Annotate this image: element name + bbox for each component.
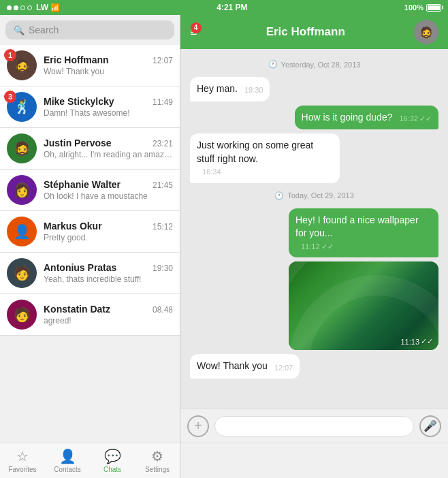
- wifi-icon: 📶: [50, 3, 60, 12]
- avatar-wrap: 🕺3: [7, 92, 37, 122]
- clock-icon: 🕐: [268, 60, 278, 69]
- chat-name-row: Konstatin Datz08.48: [44, 304, 173, 315]
- avatar-wrap: 🧑: [7, 300, 37, 330]
- battery-indicator: 100%: [404, 3, 441, 12]
- message-row-incoming: Hey man.19:30: [190, 77, 438, 101]
- message-time: 12:07: [274, 363, 293, 373]
- date-divider: 🕐Yesterday, Oct 28, 2013: [190, 60, 438, 69]
- clock-icon: 🕐: [274, 191, 284, 200]
- image-bubble: 11:13 ✓✓: [289, 261, 438, 350]
- chat-preview: Wow! Thank you: [44, 67, 173, 76]
- message-time: 16:34: [202, 167, 221, 177]
- tab-favorites[interactable]: ☆ Favorites: [0, 443, 45, 478]
- avatar-wrap: 👤: [7, 217, 37, 246]
- signal-indicators: LW 📶: [7, 3, 60, 12]
- chat-name-row: Antonius Pratas19:30: [44, 262, 173, 273]
- message-row-image: 11:13 ✓✓: [190, 261, 438, 350]
- tab-chats[interactable]: 💬 Chats: [90, 443, 135, 478]
- image-time-overlay: 11:13 ✓✓: [400, 337, 433, 346]
- chat-time: 15:12: [153, 222, 173, 232]
- image-content: 11:13 ✓✓: [289, 261, 438, 350]
- message-text: How is it going dude?: [302, 111, 393, 125]
- avatar-wrap: 👩: [7, 175, 37, 205]
- chat-item[interactable]: 🧑Konstatin Datz08.48agreed!: [0, 294, 180, 336]
- message-time: 19:30: [244, 85, 263, 95]
- check-marks: ✓✓: [419, 114, 432, 124]
- chat-name-row: Mike Stickylcky11:49: [44, 96, 173, 107]
- avatar: 🧑: [7, 258, 37, 288]
- bubble-incoming: Hey man.19:30: [190, 77, 270, 101]
- mic-button[interactable]: 🎤: [419, 415, 441, 437]
- chat-preview: Yeah, thats incredible stuff!: [44, 274, 173, 284]
- bubble-outgoing: Hey! I found a nice wallpaper for you...…: [289, 208, 438, 258]
- signal-dot-4: [27, 5, 32, 10]
- date-text: Today, Oct 29, 2013: [287, 191, 354, 200]
- avatar: 👩: [7, 175, 37, 205]
- image-time: 11:13: [400, 338, 419, 346]
- menu-button[interactable]: ≡ 4: [190, 25, 197, 39]
- message-time: 11:12 ✓✓: [301, 242, 334, 252]
- tab-label-settings: Settings: [145, 466, 170, 473]
- search-icon: 🔍: [14, 25, 25, 35]
- messages-area: 🕐Yesterday, Oct 28, 2013Hey man.19:30How…: [180, 49, 448, 409]
- chat-preview: Damn! Thats awesome!: [44, 108, 173, 118]
- bubble-content: Wow! Thank you12:07: [197, 360, 293, 373]
- bubble-content: Just working on some great stuff right n…: [197, 139, 333, 178]
- battery-label: 100%: [404, 3, 423, 12]
- message-text: Hey! I found a nice wallpaper for you...: [295, 214, 432, 240]
- status-bar: LW 📶 4:21 PM 100%: [0, 0, 448, 15]
- chat-name: Eric Hoffmann: [44, 54, 109, 65]
- chat-time: 21:45: [153, 180, 173, 190]
- right-input-bottom: [180, 443, 448, 478]
- unread-badge: 3: [4, 91, 16, 103]
- chat-time: 12:07: [153, 56, 173, 65]
- message-row-incoming: Wow! Thank you12:07: [190, 354, 438, 379]
- bubble-content: How is it going dude?16:32 ✓✓: [302, 111, 432, 125]
- chat-item[interactable]: 🧑Antonius Pratas19:30Yeah, thats incredi…: [0, 253, 180, 294]
- chat-item[interactable]: 👤Markus Okur15:12Pretty good.: [0, 211, 180, 253]
- search-label: Search: [29, 25, 59, 35]
- date-divider: 🕐Today, Oct 29, 2013: [190, 191, 438, 200]
- chat-item[interactable]: 🕺3Mike Stickylcky11:49Damn! Thats awesom…: [0, 86, 180, 128]
- tab-icon-contacts: 👤: [59, 448, 76, 464]
- chat-info: Mike Stickylcky11:49Damn! Thats awesome!: [44, 96, 173, 118]
- chat-item[interactable]: 🧔Justin Pervose23:21Oh, alright... I'm r…: [0, 128, 180, 170]
- right-panel: ≡ 4 Eric Hoffmann 🧔 🕐Yesterday, Oct 28, …: [180, 15, 448, 443]
- message-text: Wow! Thank you: [197, 360, 268, 373]
- tab-label-contacts: Contacts: [54, 466, 80, 473]
- chat-info: Konstatin Datz08.48agreed!: [44, 304, 173, 325]
- add-button[interactable]: +: [187, 415, 209, 437]
- chat-info: Markus Okur15:12Pretty good.: [44, 221, 173, 242]
- bottom-bar: ☆ Favorites 👤 Contacts 💬 Chats ⚙ Setting…: [0, 443, 448, 478]
- chat-name-row: Markus Okur15:12: [44, 221, 173, 232]
- signal-dot-1: [7, 5, 12, 10]
- chat-preview: Oh look! I have a moustache: [44, 191, 173, 201]
- bubble-incoming: Just working on some great stuff right n…: [190, 133, 340, 183]
- search-bar[interactable]: 🔍 Search: [5, 20, 174, 39]
- date-text: Yesterday, Oct 28, 2013: [281, 61, 361, 69]
- battery-icon: [426, 4, 441, 12]
- chat-preview: Oh, alright... I'm reading an amazing ar…: [44, 150, 173, 159]
- menu-badge: 4: [191, 22, 202, 33]
- bubble-incoming: Wow! Thank you12:07: [190, 354, 300, 379]
- message-time: 16:32 ✓✓: [399, 114, 432, 124]
- message-row-outgoing: Hey! I found a nice wallpaper for you...…: [190, 208, 438, 258]
- avatar-wrap: 🧑: [7, 258, 37, 288]
- chat-item[interactable]: 🧔1Eric Hoffmann12:07Wow! Thank you: [0, 45, 180, 86]
- chat-name: Antonius Pratas: [44, 262, 116, 273]
- message-input[interactable]: [214, 416, 414, 436]
- signal-dot-3: [20, 5, 25, 10]
- image-check-marks: ✓✓: [421, 337, 433, 346]
- chat-name-row: Stéphanie Walter21:45: [44, 179, 173, 190]
- tab-label-favorites: Favorites: [8, 466, 36, 473]
- avatar-wrap: 🧔1: [7, 50, 37, 80]
- chat-name: Mike Stickylcky: [44, 96, 114, 107]
- chat-time: 23:21: [153, 139, 173, 148]
- chat-list: 🧔1Eric Hoffmann12:07Wow! Thank you🕺3Mike…: [0, 45, 180, 443]
- tab-settings[interactable]: ⚙ Settings: [135, 443, 180, 478]
- chat-header-name: Eric Hoffmann: [204, 25, 407, 39]
- chat-header: ≡ 4 Eric Hoffmann 🧔: [180, 15, 448, 49]
- chat-item[interactable]: 👩Stéphanie Walter21:45Oh look! I have a …: [0, 170, 180, 211]
- tab-contacts[interactable]: 👤 Contacts: [45, 443, 90, 478]
- tab-label-chats: Chats: [103, 466, 121, 473]
